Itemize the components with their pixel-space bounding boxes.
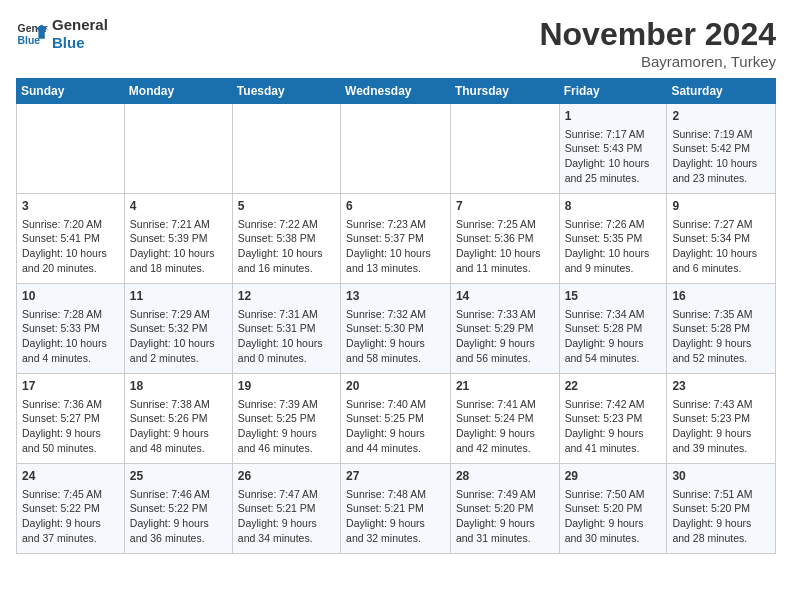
calendar-body: 1Sunrise: 7:17 AMSunset: 5:43 PMDaylight… xyxy=(17,104,776,554)
day-content: Sunrise: 7:35 AM xyxy=(672,307,770,322)
day-content: Daylight: 9 hours and 58 minutes. xyxy=(346,336,445,365)
table-row: 25Sunrise: 7:46 AMSunset: 5:22 PMDayligh… xyxy=(124,464,232,554)
page-header: General Blue General Blue November 2024 … xyxy=(16,16,776,70)
day-content: Sunset: 5:31 PM xyxy=(238,321,335,336)
day-number: 8 xyxy=(565,198,662,215)
day-content: Sunrise: 7:20 AM xyxy=(22,217,119,232)
table-row: 17Sunrise: 7:36 AMSunset: 5:27 PMDayligh… xyxy=(17,374,125,464)
day-content: Sunrise: 7:26 AM xyxy=(565,217,662,232)
day-number: 17 xyxy=(22,378,119,395)
day-content: Daylight: 9 hours and 32 minutes. xyxy=(346,516,445,545)
day-content: Daylight: 10 hours and 4 minutes. xyxy=(22,336,119,365)
day-content: Sunrise: 7:32 AM xyxy=(346,307,445,322)
day-content: Daylight: 9 hours and 46 minutes. xyxy=(238,426,335,455)
day-number: 21 xyxy=(456,378,554,395)
table-row: 27Sunrise: 7:48 AMSunset: 5:21 PMDayligh… xyxy=(341,464,451,554)
day-number: 14 xyxy=(456,288,554,305)
day-content: Sunset: 5:35 PM xyxy=(565,231,662,246)
table-row: 3Sunrise: 7:20 AMSunset: 5:41 PMDaylight… xyxy=(17,194,125,284)
month-title: November 2024 xyxy=(539,16,776,53)
day-content: Sunrise: 7:41 AM xyxy=(456,397,554,412)
table-row: 18Sunrise: 7:38 AMSunset: 5:26 PMDayligh… xyxy=(124,374,232,464)
table-row: 15Sunrise: 7:34 AMSunset: 5:28 PMDayligh… xyxy=(559,284,667,374)
day-content: Sunset: 5:27 PM xyxy=(22,411,119,426)
table-row: 28Sunrise: 7:49 AMSunset: 5:20 PMDayligh… xyxy=(450,464,559,554)
svg-text:Blue: Blue xyxy=(18,35,41,46)
day-content: Sunrise: 7:22 AM xyxy=(238,217,335,232)
day-content: Sunrise: 7:45 AM xyxy=(22,487,119,502)
table-row: 23Sunrise: 7:43 AMSunset: 5:23 PMDayligh… xyxy=(667,374,776,464)
table-row: 11Sunrise: 7:29 AMSunset: 5:32 PMDayligh… xyxy=(124,284,232,374)
day-content: Sunrise: 7:42 AM xyxy=(565,397,662,412)
table-row: 10Sunrise: 7:28 AMSunset: 5:33 PMDayligh… xyxy=(17,284,125,374)
table-row: 21Sunrise: 7:41 AMSunset: 5:24 PMDayligh… xyxy=(450,374,559,464)
day-content: Sunrise: 7:36 AM xyxy=(22,397,119,412)
day-number: 24 xyxy=(22,468,119,485)
table-row: 13Sunrise: 7:32 AMSunset: 5:30 PMDayligh… xyxy=(341,284,451,374)
day-content: Sunset: 5:20 PM xyxy=(672,501,770,516)
day-content: Sunset: 5:43 PM xyxy=(565,141,662,156)
table-row: 16Sunrise: 7:35 AMSunset: 5:28 PMDayligh… xyxy=(667,284,776,374)
table-row: 29Sunrise: 7:50 AMSunset: 5:20 PMDayligh… xyxy=(559,464,667,554)
day-content: Sunset: 5:25 PM xyxy=(346,411,445,426)
day-number: 3 xyxy=(22,198,119,215)
col-wednesday: Wednesday xyxy=(341,79,451,104)
day-content: Sunset: 5:26 PM xyxy=(130,411,227,426)
logo: General Blue General Blue xyxy=(16,16,108,52)
day-content: Sunrise: 7:17 AM xyxy=(565,127,662,142)
day-content: Sunrise: 7:48 AM xyxy=(346,487,445,502)
day-content: Sunrise: 7:33 AM xyxy=(456,307,554,322)
day-content: Sunrise: 7:19 AM xyxy=(672,127,770,142)
day-content: Sunset: 5:21 PM xyxy=(346,501,445,516)
table-row xyxy=(450,104,559,194)
logo-icon: General Blue xyxy=(16,18,48,50)
day-content: Daylight: 10 hours and 0 minutes. xyxy=(238,336,335,365)
day-content: Daylight: 9 hours and 56 minutes. xyxy=(456,336,554,365)
location: Bayramoren, Turkey xyxy=(539,53,776,70)
day-content: Daylight: 9 hours and 36 minutes. xyxy=(130,516,227,545)
day-content: Daylight: 9 hours and 48 minutes. xyxy=(130,426,227,455)
table-row: 7Sunrise: 7:25 AMSunset: 5:36 PMDaylight… xyxy=(450,194,559,284)
day-content: Daylight: 9 hours and 28 minutes. xyxy=(672,516,770,545)
col-saturday: Saturday xyxy=(667,79,776,104)
table-row: 30Sunrise: 7:51 AMSunset: 5:20 PMDayligh… xyxy=(667,464,776,554)
day-number: 28 xyxy=(456,468,554,485)
day-content: Sunset: 5:24 PM xyxy=(456,411,554,426)
day-number: 11 xyxy=(130,288,227,305)
day-content: Daylight: 10 hours and 25 minutes. xyxy=(565,156,662,185)
day-number: 30 xyxy=(672,468,770,485)
day-content: Daylight: 9 hours and 54 minutes. xyxy=(565,336,662,365)
day-content: Daylight: 9 hours and 44 minutes. xyxy=(346,426,445,455)
day-content: Daylight: 10 hours and 23 minutes. xyxy=(672,156,770,185)
day-content: Sunrise: 7:39 AM xyxy=(238,397,335,412)
day-content: Sunset: 5:33 PM xyxy=(22,321,119,336)
day-content: Sunrise: 7:25 AM xyxy=(456,217,554,232)
col-thursday: Thursday xyxy=(450,79,559,104)
table-row: 2Sunrise: 7:19 AMSunset: 5:42 PMDaylight… xyxy=(667,104,776,194)
day-number: 4 xyxy=(130,198,227,215)
day-content: Sunset: 5:36 PM xyxy=(456,231,554,246)
day-content: Sunset: 5:30 PM xyxy=(346,321,445,336)
table-row: 14Sunrise: 7:33 AMSunset: 5:29 PMDayligh… xyxy=(450,284,559,374)
col-friday: Friday xyxy=(559,79,667,104)
day-content: Sunset: 5:37 PM xyxy=(346,231,445,246)
day-content: Daylight: 10 hours and 9 minutes. xyxy=(565,246,662,275)
day-content: Daylight: 9 hours and 31 minutes. xyxy=(456,516,554,545)
col-sunday: Sunday xyxy=(17,79,125,104)
day-content: Sunrise: 7:31 AM xyxy=(238,307,335,322)
day-number: 2 xyxy=(672,108,770,125)
table-row: 20Sunrise: 7:40 AMSunset: 5:25 PMDayligh… xyxy=(341,374,451,464)
col-tuesday: Tuesday xyxy=(232,79,340,104)
day-content: Sunrise: 7:51 AM xyxy=(672,487,770,502)
table-row: 22Sunrise: 7:42 AMSunset: 5:23 PMDayligh… xyxy=(559,374,667,464)
day-content: Sunrise: 7:38 AM xyxy=(130,397,227,412)
day-content: Daylight: 10 hours and 13 minutes. xyxy=(346,246,445,275)
day-content: Sunrise: 7:46 AM xyxy=(130,487,227,502)
day-number: 5 xyxy=(238,198,335,215)
logo-blue: Blue xyxy=(52,34,108,52)
day-content: Sunrise: 7:28 AM xyxy=(22,307,119,322)
table-row: 9Sunrise: 7:27 AMSunset: 5:34 PMDaylight… xyxy=(667,194,776,284)
calendar-table: Sunday Monday Tuesday Wednesday Thursday… xyxy=(16,78,776,554)
table-row xyxy=(341,104,451,194)
table-row: 24Sunrise: 7:45 AMSunset: 5:22 PMDayligh… xyxy=(17,464,125,554)
